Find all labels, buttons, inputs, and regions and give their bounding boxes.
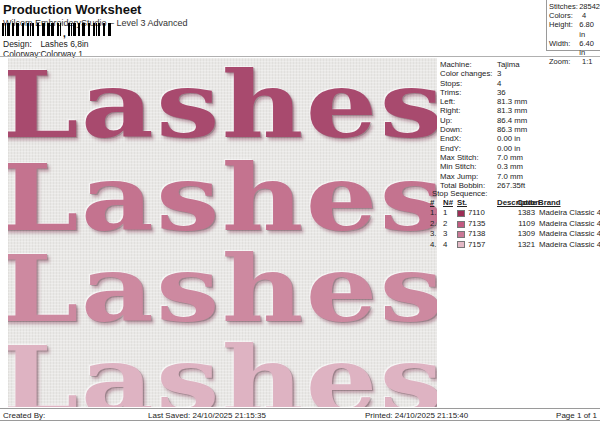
machine-value: 86.4 mm xyxy=(497,116,527,125)
barcode xyxy=(2,23,112,36)
embroidery-word-3: Lashes xyxy=(8,243,437,335)
summary-value: 6.40 in xyxy=(579,39,600,57)
machine-value: Tajima xyxy=(497,60,520,69)
thread-row: 2. 2 7135 1109 Madeira Classic 40 xyxy=(430,219,598,229)
thread-color-swatch xyxy=(457,231,465,238)
machine-label: Right: xyxy=(440,106,497,115)
embroidery-word-2: Lashes xyxy=(8,152,437,244)
machine-row: Stops:4 xyxy=(440,79,598,88)
thread-needle: 4 xyxy=(443,240,457,250)
production-worksheet-page: Production Worksheet Wilcom EmbroiderySt… xyxy=(0,0,600,424)
col-header-seq: # xyxy=(430,198,443,208)
summary-label: Stitches: xyxy=(549,2,579,11)
summary-label: Width: xyxy=(549,39,579,57)
summary-row-colors: Colors: 4 xyxy=(549,11,600,20)
summary-value: 4 xyxy=(582,11,586,20)
machine-value: 81.3 mm xyxy=(497,106,527,115)
barcode-bars-left xyxy=(2,23,62,36)
thread-number: 7157 xyxy=(468,240,497,250)
thread-brand: Madeira Classic 40 xyxy=(538,229,600,239)
machine-label: Max Jump: xyxy=(440,172,497,181)
machine-label: Trims: xyxy=(440,88,497,97)
stop-sequence-table: # N# St. Description Code Brand 1. 1 711… xyxy=(430,198,598,250)
machine-row: EndX:0.00 in xyxy=(440,134,598,143)
machine-value: 0.00 in xyxy=(497,144,520,153)
stop-sequence-title: Stop Sequence: xyxy=(432,189,488,198)
machine-row: Left:81.3 mm xyxy=(440,97,598,106)
thread-row: 1. 1 7110 1383 Madeira Classic 40 xyxy=(430,208,598,218)
thread-needle: 2 xyxy=(443,219,457,229)
thread-seq: 2. xyxy=(430,219,443,229)
col-header-brand: Brand xyxy=(538,198,598,208)
machine-label: Color changes: xyxy=(440,69,497,78)
col-header-n: N# xyxy=(443,198,457,208)
design-row: Design: Lashes 6,8in xyxy=(3,39,89,49)
machine-label: Machine: xyxy=(440,60,497,69)
machine-row: Machine:Tajima xyxy=(440,60,598,69)
machine-row: Min Stitch:0.3 mm xyxy=(440,162,598,171)
machine-label: Min Stitch: xyxy=(440,162,497,171)
machine-value: 81.3 mm xyxy=(497,97,527,106)
thread-row: 3. 3 7138 1309 Madeira Classic 40 xyxy=(430,229,598,239)
thread-brand: Madeira Classic 40 xyxy=(538,240,600,250)
thread-needle: 3 xyxy=(443,229,457,239)
footer-printed: Printed: 24/10/2025 21:15:40 xyxy=(365,411,468,420)
machine-label: EndY: xyxy=(440,144,497,153)
machine-row: Up:86.4 mm xyxy=(440,116,598,125)
footer-bar: Created By: Last Saved: 24/10/2025 21:15… xyxy=(0,408,600,421)
design-preview-canvas: Lashes Lashes Lashes Lashes xyxy=(8,58,437,407)
summary-row-stitches: Stitches: 28542 xyxy=(549,2,600,11)
machine-value: 86.3 mm xyxy=(497,125,527,134)
machine-row: Trims:36 xyxy=(440,88,598,97)
stitch-summary-box: Stitches: 28542 Colors: 4 Height: 6.80 i… xyxy=(546,0,600,51)
summary-row-width: Width: 6.40 in xyxy=(549,39,600,57)
col-header-description: Description xyxy=(497,198,517,208)
thread-code: 1321 xyxy=(517,240,538,250)
summary-value: 6.80 in xyxy=(579,20,600,38)
machine-row: Color changes:3 xyxy=(440,69,598,78)
design-value: Lashes 6,8in xyxy=(40,39,88,49)
thread-color-swatch xyxy=(457,241,465,248)
thread-brand: Madeira Classic 40 xyxy=(538,208,600,218)
stop-sequence-header-row: # N# St. Description Code Brand xyxy=(430,198,598,208)
thread-row: 4. 4 7157 1321 Madeira Classic 40 xyxy=(430,240,598,250)
thread-code: 1309 xyxy=(517,229,538,239)
machine-row: Max Stitch:7.0 mm xyxy=(440,153,598,162)
thread-color-swatch xyxy=(457,221,465,228)
thread-code: 1109 xyxy=(517,219,538,229)
embroidery-word-4: Lashes xyxy=(8,334,437,407)
machine-row: Right:81.3 mm xyxy=(440,106,598,115)
thread-code: 1383 xyxy=(517,208,538,218)
thread-color-swatch xyxy=(457,210,465,217)
design-label: Design: xyxy=(3,39,38,49)
col-header-code: Code xyxy=(517,198,538,208)
thread-number: 7135 xyxy=(468,219,497,229)
thread-number: 7110 xyxy=(468,208,497,218)
machine-label: Up: xyxy=(440,116,497,125)
thread-seq: 1. xyxy=(430,208,443,218)
barcode-separator xyxy=(62,23,68,36)
summary-label: Colors: xyxy=(549,11,582,20)
thread-seq: 3. xyxy=(430,229,443,239)
machine-label: Stops: xyxy=(440,79,497,88)
footer-last-saved: Last Saved: 24/10/2025 21:15:35 xyxy=(148,411,266,420)
machine-value: 3 xyxy=(497,69,501,78)
machine-row: Down:86.3 mm xyxy=(440,125,598,134)
embroidery-word-1: Lashes xyxy=(8,59,437,151)
machine-value: 36 xyxy=(497,88,506,97)
footer-created-by: Created By: xyxy=(3,411,45,420)
header-divider xyxy=(0,56,600,57)
summary-row-height: Height: 6.80 in xyxy=(549,20,600,38)
machine-info-panel: Machine:Tajima Color changes:3 Stops:4 T… xyxy=(440,60,598,190)
barcode-bars-right xyxy=(68,23,112,36)
thread-needle: 1 xyxy=(443,208,457,218)
machine-label: EndX: xyxy=(440,134,497,143)
thread-seq: 4. xyxy=(430,240,443,250)
machine-value: 267.35ft xyxy=(497,181,525,190)
thread-number: 7138 xyxy=(468,229,497,239)
machine-row: EndY:0.00 in xyxy=(440,144,598,153)
page-title: Production Worksheet xyxy=(3,2,141,17)
machine-row: Max Jump:7.0 mm xyxy=(440,172,598,181)
machine-value: 0.00 in xyxy=(497,134,520,143)
col-header-st: St. xyxy=(457,198,497,208)
